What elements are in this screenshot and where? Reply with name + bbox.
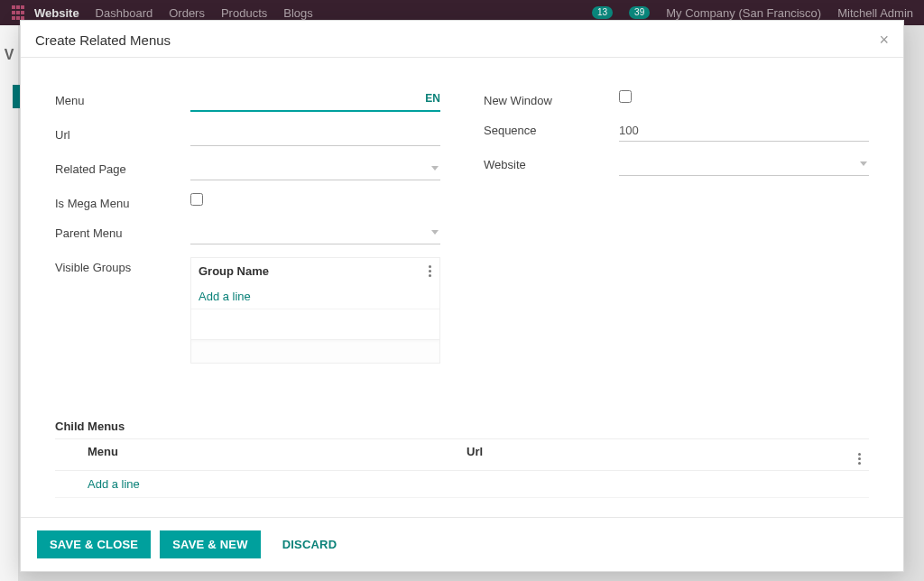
create-related-menus-modal: Create Related Menus × Menu EN Url — [20, 20, 904, 25]
modal-header: Create Related Menus × — [21, 21, 903, 25]
